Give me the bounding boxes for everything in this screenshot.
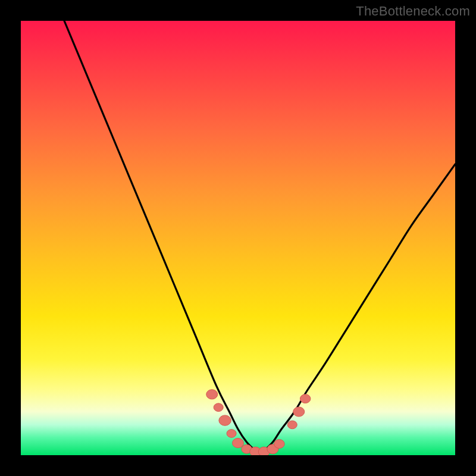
marker-dot [287,421,297,429]
watermark-text: TheBottleneck.com [356,4,470,19]
marker-dot [300,394,311,403]
gradient-plot-area [21,21,455,455]
right-bottleneck-curve [264,164,455,451]
marker-dot [274,440,285,449]
curve-layer [21,21,455,455]
left-bottleneck-curve [64,21,255,451]
marker-dot [293,407,305,416]
marker-dot [227,430,236,438]
marker-dot [233,438,244,447]
marker-dot [206,390,218,399]
marker-dot [219,415,231,425]
marker-dot [214,403,223,412]
outer-frame: TheBottleneck.com [0,0,476,476]
